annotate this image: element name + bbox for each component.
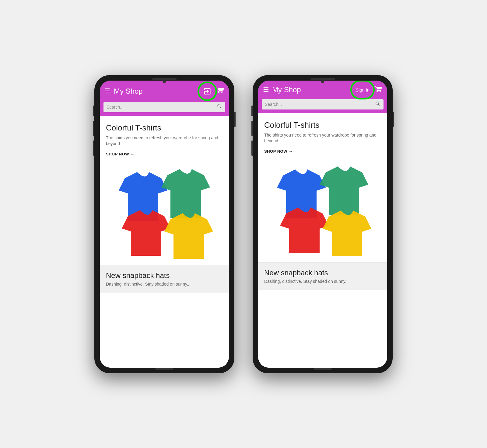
login-icon-btn-left[interactable] (201, 85, 214, 98)
phone-left: ☰ My Shop Se (94, 75, 234, 373)
search-icon-left[interactable] (217, 104, 222, 110)
app-title-right: My Shop (272, 85, 350, 94)
bottom-desc-right: Dashing, distinctive. Stay shaded on sun… (264, 279, 381, 284)
screen-right: ☰ My Shop Sign in Search... (258, 81, 387, 368)
cart-icon-left[interactable] (217, 87, 224, 96)
hero-section-left: Colorful T-shirts The shirts you need to… (100, 116, 229, 161)
app-bar-top-right: ☰ My Shop Sign in (258, 81, 387, 99)
side-btn-left2-right (251, 121, 253, 136)
login-icon-left (203, 87, 212, 96)
search-bar-left: Search... (103, 102, 225, 112)
hero-section-right: Colorful T-shirts The shirts you need to… (258, 113, 387, 159)
camera-right (321, 80, 324, 83)
hero-desc-left: The shirts you need to refresh your ward… (106, 135, 223, 147)
camera-left (163, 80, 166, 83)
tshirts-svg-right (271, 163, 374, 258)
side-btn-left3-left (93, 141, 94, 156)
tshirt-area-left (100, 161, 229, 265)
side-btn-left1-right (251, 106, 253, 116)
hero-title-right: Colorful T-shirts (264, 120, 381, 130)
search-placeholder-right[interactable]: Search... (265, 102, 373, 107)
search-svg-right (375, 101, 380, 106)
menu-icon-right[interactable]: ☰ (263, 86, 269, 94)
cart-svg-left (217, 87, 224, 94)
content-left: Colorful T-shirts The shirts you need to… (100, 116, 229, 368)
phone-right: ☰ My Shop Sign in Search... (253, 75, 393, 373)
side-btn-left2-left (93, 121, 94, 136)
search-svg-left (217, 104, 222, 109)
app-bar-left: ☰ My Shop Se (100, 81, 229, 116)
content-right: Colorful T-shirts The shirts you need to… (258, 113, 387, 368)
app-bar-right: ☰ My Shop Sign in Search... (258, 81, 387, 113)
tshirt-area-right (258, 159, 387, 262)
tshirts-svg-left (113, 166, 216, 260)
search-bar-right: Search... (262, 99, 384, 109)
cart-icon-right[interactable] (375, 85, 382, 94)
signin-text-right[interactable]: Sign in (355, 86, 370, 94)
menu-icon-left[interactable]: ☰ (105, 87, 111, 95)
search-placeholder-left[interactable]: Search... (107, 105, 214, 109)
side-btn-left1-left (93, 106, 94, 116)
screen-left: ☰ My Shop Se (100, 81, 229, 368)
side-btn-right-left (234, 112, 236, 127)
signin-btn-right[interactable]: Sign in (353, 85, 372, 95)
hero-title-left: Colorful T-shirts (106, 123, 223, 133)
search-icon-right[interactable] (375, 101, 380, 108)
hero-desc-right: The shirts you need to refresh your ward… (264, 132, 381, 144)
bottom-title-left: New snapback hats (106, 271, 223, 280)
bottom-desc-left: Dashing, distinctive. Stay shaded on sun… (106, 282, 223, 287)
bottom-section-left: New snapback hats Dashing, distinctive. … (100, 265, 229, 293)
bottom-title-right: New snapback hats (264, 269, 381, 277)
bottom-section-right: New snapback hats Dashing, distinctive. … (258, 262, 387, 290)
shop-now-right[interactable]: SHOP NOW → (264, 149, 293, 154)
side-btn-right-right (393, 112, 394, 127)
app-bar-top-left: ☰ My Shop (100, 81, 229, 102)
phones-container: ☰ My Shop Se (94, 75, 393, 373)
shop-now-left[interactable]: SHOP NOW → (106, 152, 135, 156)
cart-svg-right (375, 85, 382, 92)
side-btn-left3-right (251, 141, 253, 156)
app-title-left: My Shop (114, 87, 198, 96)
